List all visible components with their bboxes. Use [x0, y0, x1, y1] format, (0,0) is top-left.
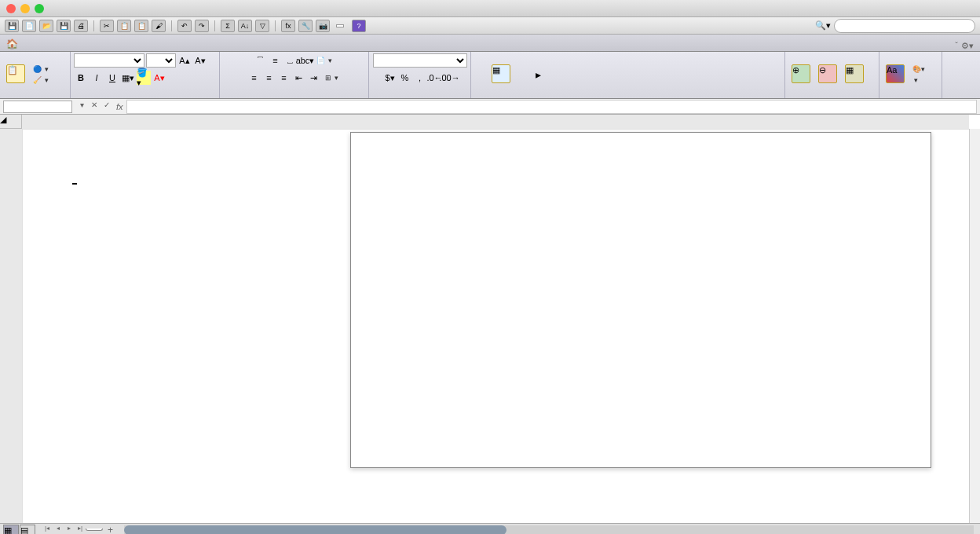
open-icon[interactable]: 📂	[39, 20, 53, 32]
number-format-select[interactable]	[373, 53, 467, 68]
name-box-dropdown-icon[interactable]: ▾	[75, 101, 88, 113]
cancel-formula-icon[interactable]: ✕	[88, 101, 101, 113]
home-icon[interactable]: 🏠	[6, 38, 19, 51]
themes-icon: Aa	[886, 64, 905, 83]
task-table[interactable]	[72, 183, 77, 185]
font-color-button[interactable]: A▾	[152, 71, 166, 85]
underline-button[interactable]: U	[105, 71, 119, 85]
sheet-nav-prev-icon[interactable]: ◂	[53, 525, 64, 535]
horizontal-scrollbar[interactable]	[124, 525, 974, 535]
accept-formula-icon[interactable]: ✓	[101, 101, 113, 113]
sheet-nav-first-icon[interactable]: |◂	[42, 525, 53, 535]
decimal-dec-icon[interactable]: .00→	[443, 71, 457, 85]
merge-button[interactable]: ⊞ ▾	[322, 71, 342, 85]
redo-icon[interactable]: ↷	[195, 20, 209, 32]
indent-inc-icon[interactable]: ⇥	[307, 71, 321, 85]
clipboard-icon: 📋	[6, 64, 25, 83]
group-label-number	[372, 96, 467, 97]
grow-font-icon[interactable]: A▴	[177, 53, 192, 68]
shrink-font-icon[interactable]: A▾	[193, 53, 207, 68]
name-box[interactable]	[3, 101, 72, 113]
search-input[interactable]	[834, 19, 975, 33]
spreadsheet-grid[interactable]: ◢	[0, 115, 980, 523]
filter-icon[interactable]: ▽	[255, 20, 269, 32]
vertical-scrollbar[interactable]	[969, 129, 980, 523]
insert-cells-button[interactable]: ⊕	[788, 63, 814, 86]
copy-icon[interactable]: 📋	[117, 20, 131, 32]
align-center-icon[interactable]: ≡	[262, 71, 276, 85]
view-layout-button[interactable]: ▤	[20, 525, 35, 535]
ribbon-options-icon[interactable]: ⚙▾	[961, 41, 974, 51]
conditional-formatting-button[interactable]: ▦	[474, 63, 528, 86]
quick-access-toolbar: 💾 📄 📂 💾 🖨 ✂ 📋 📋 🖌 ↶ ↷ Σ A↓ ▽ fx 🔧 📷 ? 🔍▾	[0, 17, 980, 35]
styles-more-icon[interactable]: ▸	[536, 68, 541, 81]
currency-icon[interactable]: $▾	[383, 71, 397, 85]
toolbox-icon[interactable]: 🔧	[298, 20, 313, 32]
minimize-window-button[interactable]	[20, 4, 30, 13]
add-sheet-button[interactable]: +	[103, 525, 118, 535]
save-icon[interactable]: 💾	[5, 20, 19, 32]
collapse-ribbon-icon[interactable]: ˇ	[955, 41, 958, 51]
bold-button[interactable]: B	[74, 71, 88, 85]
orientation-icon[interactable]: abc▾	[298, 53, 313, 68]
save-as-icon[interactable]: 💾	[57, 20, 71, 32]
close-window-button[interactable]	[6, 4, 16, 13]
themes-button[interactable]: Aa	[883, 63, 908, 86]
gantt-chart[interactable]	[350, 132, 931, 468]
theme-fonts-button[interactable]: ▾	[909, 75, 928, 85]
paste-button[interactable]: 📋	[3, 63, 28, 86]
paste-icon[interactable]: 📋	[134, 20, 148, 32]
sheet-nav-next-icon[interactable]: ▸	[64, 525, 75, 535]
font-name-select[interactable]	[74, 53, 144, 68]
select-all-corner[interactable]: ◢	[0, 115, 22, 129]
format-icon: ▦	[845, 64, 864, 83]
formula-bar: ▾ ✕ ✓ fx	[0, 99, 980, 115]
indent-dec-icon[interactable]: ⇤	[292, 71, 306, 85]
cut-icon[interactable]: ✂	[100, 20, 114, 32]
italic-button[interactable]: I	[90, 71, 104, 85]
ribbon-tabs: 🏠 ˇ ⚙▾	[0, 35, 980, 52]
media-icon[interactable]: 📷	[316, 20, 330, 32]
ribbon: 📋 🔵 ▾ 🧹 ▾ A▴ A▾ B I U ▦▾ 🪣▾	[0, 52, 980, 99]
chart-title	[351, 133, 931, 142]
new-icon[interactable]: 📄	[22, 20, 36, 32]
fill-button[interactable]: 🔵 ▾	[30, 64, 52, 74]
align-right-icon[interactable]: ≡	[277, 71, 291, 85]
zoom-window-button[interactable]	[35, 4, 44, 13]
window-titlebar	[0, 0, 980, 17]
traffic-lights	[6, 4, 44, 13]
sort-icon[interactable]: A↓	[238, 20, 252, 32]
sheet-nav-last-icon[interactable]: ▸|	[75, 525, 86, 535]
format-cells-button[interactable]: ▦	[842, 63, 867, 86]
sheet-tab-bar: ▦ ▤ |◂ ◂ ▸ ▸| +	[0, 523, 980, 534]
autosum-icon[interactable]: Σ	[221, 20, 235, 32]
fx-icon[interactable]: fx	[281, 20, 295, 32]
format-painter-icon[interactable]: 🖌	[152, 20, 166, 32]
percent-icon[interactable]: %	[398, 71, 412, 85]
fill-color-button[interactable]: 🪣▾	[137, 71, 151, 85]
view-normal-button[interactable]: ▦	[3, 525, 19, 535]
search-icon[interactable]: 🔍▾	[815, 20, 831, 31]
align-top-icon[interactable]: ⎴	[254, 53, 268, 68]
border-button[interactable]: ▦▾	[121, 71, 135, 85]
comma-icon[interactable]: ,	[413, 71, 427, 85]
delete-cells-button[interactable]: ⊖	[815, 63, 840, 86]
wrap-text-button[interactable]: 📄 ▾	[313, 53, 335, 68]
sheet-tab-active[interactable]	[86, 529, 103, 531]
theme-colors-button[interactable]: 🎨▾	[909, 64, 928, 74]
align-left-icon[interactable]: ≡	[247, 71, 261, 85]
fx-icon[interactable]: fx	[116, 102, 123, 112]
group-label-format	[474, 96, 781, 97]
insert-icon: ⊕	[792, 64, 810, 83]
group-label-cells	[788, 96, 876, 97]
align-middle-icon[interactable]: ≡	[269, 53, 283, 68]
clear-button[interactable]: 🧹 ▾	[30, 75, 52, 85]
group-label-themes	[883, 96, 938, 97]
zoom-select[interactable]	[336, 24, 344, 27]
formula-input[interactable]	[126, 100, 977, 114]
group-label-alignment	[223, 96, 365, 97]
font-size-select[interactable]	[146, 53, 176, 68]
print-icon[interactable]: 🖨	[74, 20, 88, 32]
help-icon[interactable]: ?	[352, 20, 366, 32]
undo-icon[interactable]: ↶	[177, 20, 192, 32]
